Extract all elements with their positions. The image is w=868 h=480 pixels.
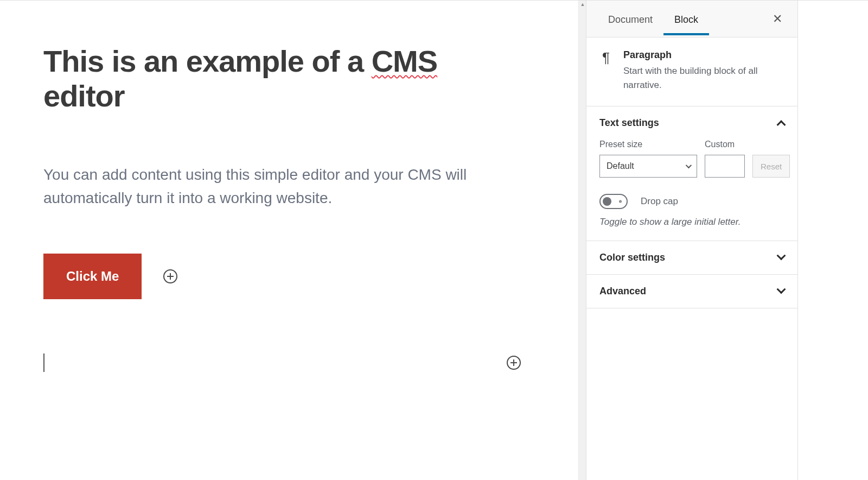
toggle-off-indicator: [619, 200, 622, 203]
chevron-down-icon: [777, 251, 786, 260]
toggle-knob: [603, 197, 611, 206]
scrollbar-up-arrow[interactable]: ▲: [579, 1, 586, 8]
panel-text-settings-toggle[interactable]: Text settings: [586, 106, 797, 140]
block-type-name: Paragraph: [623, 49, 784, 61]
paragraph-block[interactable]: You can add content using this simple ed…: [43, 163, 521, 210]
preset-size-select[interactable]: Default: [599, 155, 697, 178]
text-cursor: [43, 353, 44, 372]
heading-text-after: editor: [43, 79, 125, 113]
button-block-row: Click Me: [43, 254, 521, 299]
add-block-icon[interactable]: [507, 356, 521, 370]
panel-advanced: Advanced: [586, 275, 797, 308]
chevron-up-icon: [777, 120, 786, 129]
sidebar-tabbar: Document Block ✕: [586, 1, 797, 37]
preset-size-field: Preset size Default: [599, 140, 697, 178]
panel-title: Text settings: [599, 117, 659, 129]
tab-block[interactable]: Block: [663, 2, 709, 35]
chevron-down-icon: [686, 162, 692, 168]
panel-text-settings: Text settings Preset size Default Custom: [586, 106, 797, 241]
close-icon: ✕: [773, 12, 782, 26]
reset-size-button[interactable]: Reset: [752, 155, 790, 178]
dropcap-label: Drop cap: [641, 196, 678, 207]
block-info-card: ¶ Paragraph Start with the building bloc…: [586, 37, 797, 106]
panel-color-settings: Color settings: [586, 241, 797, 275]
preset-size-label: Preset size: [599, 140, 697, 149]
editor-canvas[interactable]: This is an example of a CMS editor You c…: [0, 1, 586, 480]
settings-sidebar: Document Block ✕ ¶ Paragraph Start with …: [586, 1, 797, 480]
empty-paragraph-block[interactable]: [43, 353, 521, 372]
dropcap-toggle[interactable]: [599, 194, 628, 209]
editor-scrollbar[interactable]: ▲: [578, 1, 586, 480]
panel-title: Color settings: [599, 252, 665, 263]
preset-size-value: Default: [607, 161, 634, 171]
panel-advanced-toggle[interactable]: Advanced: [586, 275, 797, 308]
custom-size-field: Custom: [705, 140, 745, 178]
close-sidebar-button[interactable]: ✕: [768, 8, 787, 30]
primary-button[interactable]: Click Me: [43, 254, 142, 299]
dropcap-help-text: Toggle to show a large initial letter.: [599, 217, 784, 228]
panel-color-settings-toggle[interactable]: Color settings: [586, 241, 797, 274]
page-gutter: [797, 1, 868, 480]
tab-document[interactable]: Document: [597, 2, 663, 35]
chevron-down-icon: [777, 285, 786, 294]
post-title[interactable]: This is an example of a CMS editor: [43, 44, 521, 114]
panel-title: Advanced: [599, 286, 646, 297]
heading-spellcheck-word[interactable]: CMS: [372, 44, 437, 78]
paragraph-icon: ¶: [599, 49, 612, 92]
custom-size-input[interactable]: [705, 155, 745, 178]
add-block-icon[interactable]: [163, 269, 177, 283]
heading-text-before: This is an example of a: [43, 44, 372, 78]
block-type-description: Start with the building block of all nar…: [623, 64, 784, 92]
custom-size-label: Custom: [705, 140, 745, 149]
